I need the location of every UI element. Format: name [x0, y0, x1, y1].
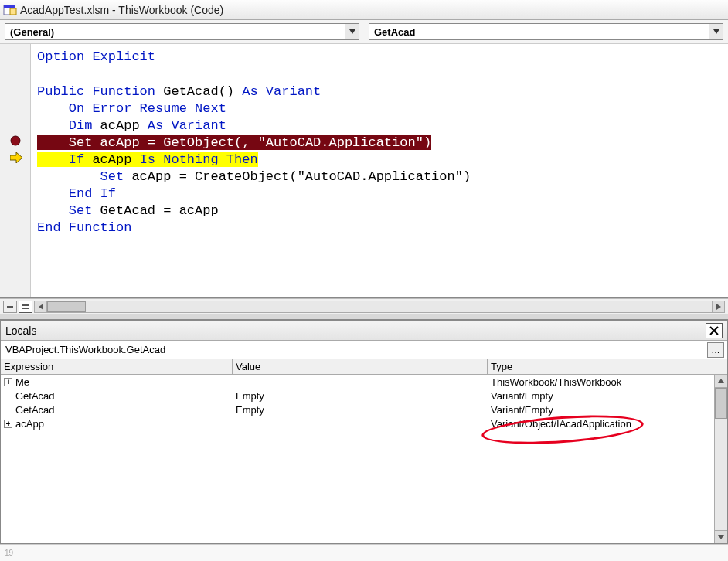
- type-cell: Variant/Empty: [488, 403, 727, 416]
- window-title: AcadAppTest.xlsm - ThisWorkbook (Code): [20, 4, 223, 16]
- code-token: acApp: [92, 118, 147, 133]
- svg-marker-3: [349, 29, 355, 34]
- locals-column-headers: Expression Value Type: [1, 359, 727, 375]
- code-editor[interactable]: Option Explicit Public Function GetAcad(…: [31, 44, 728, 297]
- locals-context: VBAProject.ThisWorkbook.GetAcad: [5, 344, 707, 355]
- locals-row[interactable]: +acAppVariant/Object/IAcadApplication: [1, 416, 727, 430]
- locals-body[interactable]: +MeThisWorkbook/ThisWorkbookGetAcadEmpty…: [1, 375, 727, 543]
- column-header-type[interactable]: Type: [488, 359, 727, 374]
- code-area: Option Explicit Public Function GetAcad(…: [0, 44, 728, 298]
- code-token: ): [463, 169, 471, 184]
- code-token: GetAcad = acApp: [92, 203, 218, 218]
- code-token: On Error Resume Next: [37, 101, 226, 116]
- type-cell: ThisWorkbook/ThisWorkbook: [488, 376, 727, 389]
- code-line: Option Explicit: [37, 49, 155, 64]
- procedure-dropdown[interactable]: GetAcad: [369, 23, 723, 40]
- value-cell: Empty: [233, 403, 488, 416]
- code-dropdown-row: (General) GetAcad: [0, 20, 728, 44]
- current-line: If acApp Is Nothing Then: [37, 152, 258, 167]
- code-token: As Variant: [148, 118, 226, 133]
- code-token: acApp = CreateObject(: [124, 169, 297, 184]
- svg-marker-4: [713, 29, 719, 34]
- breakpoint-icon[interactable]: [10, 135, 21, 146]
- svg-rect-7: [7, 306, 13, 308]
- locals-row[interactable]: GetAcadEmptyVariant/Empty: [1, 389, 727, 403]
- current-line-arrow-icon: [10, 152, 21, 163]
- code-token: Dim: [37, 118, 92, 133]
- breakpoint-line: Set acApp = GetObject(, "AutoCAD.Applica…: [37, 135, 431, 150]
- procedure-dropdown-value: GetAcad: [369, 26, 709, 38]
- locals-header: Locals: [1, 321, 727, 341]
- locals-row[interactable]: +MeThisWorkbook/ThisWorkbook: [1, 375, 727, 389]
- procedure-view-button[interactable]: [3, 301, 17, 313]
- pane-splitter[interactable]: [0, 314, 728, 320]
- dropdown-arrow-icon: [709, 24, 723, 39]
- locals-row[interactable]: GetAcadEmptyVariant/Empty: [1, 403, 727, 416]
- value-cell: Empty: [233, 389, 488, 403]
- expr-cell: Me: [15, 376, 29, 388]
- type-cell: Variant/Object/IAcadApplication: [488, 417, 727, 430]
- object-dropdown[interactable]: (General): [5, 23, 359, 40]
- code-token: Set: [37, 203, 92, 218]
- expr-cell: acApp: [15, 418, 44, 430]
- full-module-view-button[interactable]: [19, 301, 32, 313]
- value-cell: [233, 381, 488, 382]
- vertical-scrollbar[interactable]: [714, 375, 727, 543]
- row-number-hint: 19: [5, 549, 13, 557]
- scroll-right-button[interactable]: [712, 301, 724, 312]
- scroll-thumb[interactable]: [47, 301, 86, 312]
- vba-code-icon: [3, 4, 17, 16]
- svg-marker-11: [716, 304, 721, 310]
- code-token: Set: [37, 169, 124, 184]
- svg-rect-2: [10, 8, 16, 15]
- svg-marker-10: [39, 304, 43, 310]
- code-token: GetAcad(): [155, 84, 242, 99]
- svg-point-5: [11, 136, 20, 145]
- svg-rect-1: [4, 5, 15, 8]
- expr-cell: GetAcad: [15, 390, 55, 402]
- horizontal-scrollbar[interactable]: [34, 301, 725, 313]
- call-stack-button[interactable]: ...: [707, 342, 724, 358]
- svg-marker-15: [718, 535, 724, 539]
- code-token: Public Function: [37, 84, 155, 99]
- close-button[interactable]: [706, 323, 723, 338]
- type-cell: Variant/Empty: [488, 389, 727, 403]
- worksheet-tab-strip: 19: [0, 544, 728, 561]
- svg-rect-9: [22, 308, 29, 309]
- locals-context-row: VBAProject.ThisWorkbook.GetAcad ...: [1, 341, 727, 359]
- expander-icon[interactable]: +: [4, 378, 12, 386]
- code-token: End Function: [37, 220, 131, 235]
- close-icon: [709, 326, 719, 335]
- column-header-expression[interactable]: Expression: [1, 359, 233, 374]
- margin-gutter[interactable]: [0, 44, 31, 297]
- value-cell: [233, 423, 488, 424]
- column-header-value[interactable]: Value: [233, 359, 488, 374]
- procedure-separator: [37, 66, 722, 66]
- scroll-down-button[interactable]: [715, 530, 727, 543]
- svg-rect-8: [22, 304, 29, 306]
- code-view-controls: [0, 298, 728, 314]
- scroll-up-button[interactable]: [715, 375, 727, 388]
- code-token: As Variant: [242, 84, 321, 99]
- scroll-left-button[interactable]: [35, 301, 47, 312]
- scroll-thumb[interactable]: [715, 388, 727, 419]
- code-window-titlebar: AcadAppTest.xlsm - ThisWorkbook (Code): [0, 0, 728, 20]
- dropdown-arrow-icon: [345, 24, 359, 39]
- svg-marker-14: [718, 379, 724, 383]
- code-token: End If: [37, 186, 116, 201]
- code-token: "AutoCAD.Application": [298, 169, 463, 184]
- svg-marker-6: [10, 152, 22, 163]
- locals-title: Locals: [5, 325, 36, 337]
- expr-cell: GetAcad: [15, 404, 55, 416]
- expander-icon[interactable]: +: [4, 420, 12, 428]
- object-dropdown-value: (General): [5, 26, 345, 38]
- locals-panel: Locals VBAProject.ThisWorkbook.GetAcad .…: [0, 320, 728, 544]
